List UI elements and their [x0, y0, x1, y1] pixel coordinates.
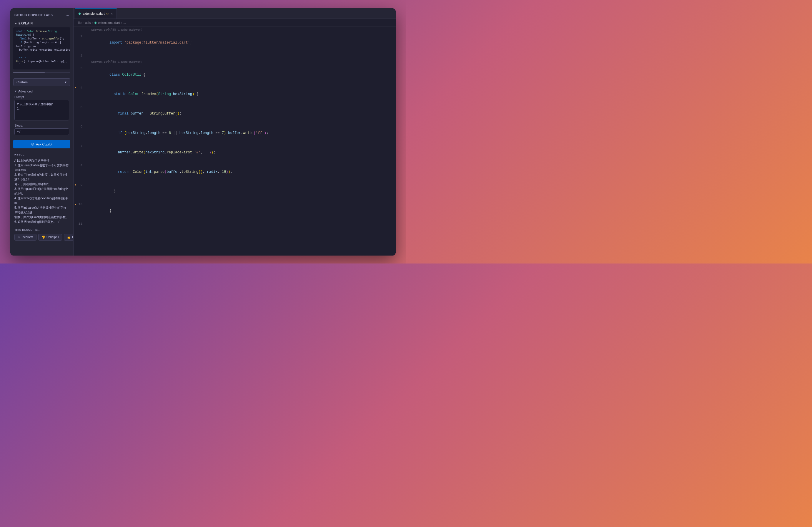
great-button[interactable]: 👍 Great: [64, 234, 73, 241]
breadcrumb-sep-3: ›: [121, 21, 122, 25]
chevron-down-icon: ▼: [64, 81, 67, 84]
copilot-icon: ◎: [31, 142, 34, 146]
tab-modified-indicator: M: [106, 12, 109, 15]
git-dot-10: [75, 204, 76, 205]
great-label: Great: [72, 236, 73, 239]
code-line-5: 5 final buffer = StringBuffer();: [74, 104, 396, 123]
explain-chevron-icon: ▼: [14, 22, 17, 25]
line-number-8: 8: [74, 162, 88, 169]
advanced-header[interactable]: ▼ Advanced: [14, 89, 69, 93]
line-number-5: 5: [74, 104, 88, 110]
tab-extensions-dart[interactable]: ◆ extensions.dart M ×: [75, 8, 117, 19]
unhelpful-label: Unhelpful: [46, 236, 59, 239]
line-number-11: 11: [74, 220, 88, 227]
explain-label: EXPLAIN: [18, 22, 33, 25]
breadcrumb-sep-2: ›: [92, 21, 93, 25]
line-content-8: return Color(int.parse(buffer.toString()…: [88, 162, 396, 182]
sidebar-title: GITHUB COPILOT LABS: [14, 14, 53, 17]
feedback-buttons: ⚠ Incorrect 👎 Unhelpful 👍 Great: [14, 234, 69, 241]
line-content-3: class ColorUtil {: [88, 65, 396, 85]
advanced-section: ▼ Advanced Prompt /* 以上的代码做了这些事情: 1.: [10, 88, 73, 124]
stops-section: Stops:: [10, 124, 73, 138]
line-content-9: }: [88, 182, 396, 201]
warning-icon: ⚠: [18, 236, 20, 239]
explain-section: ▼ EXPLAIN static Color fromHex(String he…: [10, 20, 73, 79]
code-line-11: 11: [74, 220, 396, 227]
line-number-9: 9: [74, 182, 88, 188]
code-line-10: 10 }: [74, 201, 396, 220]
prompt-textarea[interactable]: /* 以上的代码做了这些事情: 1.: [14, 100, 69, 120]
scroll-track[interactable]: [13, 72, 70, 73]
line-content-10: }: [88, 201, 396, 220]
code-line-7: 7 buffer.write(hexString.replaceFirst('#…: [74, 143, 396, 162]
breadcrumb-ellipsis: ...: [123, 21, 126, 25]
dart-file-icon: ◆: [78, 12, 81, 16]
tab-bar: ◆ extensions.dart M ×: [74, 8, 396, 19]
line-content-1: import 'package:flutter/material.dart';: [88, 33, 396, 53]
line-content-6: if (hexString.length == 6 || hexString.l…: [88, 123, 396, 143]
breadcrumb-lib: lib: [78, 21, 82, 25]
code-line-6: 6 if (hexString.length == 6 || hexString…: [74, 123, 396, 143]
result-label: RESULT: [14, 153, 69, 156]
sidebar: GITHUB COPILOT LABS ··· ▼ EXPLAIN static…: [10, 8, 74, 256]
result-section: RESULT /* 以上的代码做了这些事情: 1. 使用StringBuffer…: [10, 151, 73, 256]
git-blame-2: Ssiswent, 19个月前 | 1 author (Ssiswent): [74, 59, 396, 65]
line-content-7: buffer.write(hexString.replaceFirst('#',…: [88, 143, 396, 162]
breadcrumb-filename: extensions.dart: [98, 21, 120, 25]
incorrect-button[interactable]: ⚠ Incorrect: [14, 234, 37, 241]
stops-label: Stops:: [14, 124, 69, 127]
breadcrumb-sep-1: ›: [83, 21, 84, 25]
explain-header[interactable]: ▼ EXPLAIN: [10, 20, 73, 27]
breadcrumb: lib › utils › ◆ extensions.dart › ...: [74, 19, 396, 27]
incorrect-label: Incorrect: [22, 236, 33, 239]
this-result-label: THIS RESULT IS...: [14, 228, 69, 231]
code-line-8: 8 return Color(int.parse(buffer.toString…: [74, 162, 396, 182]
app-window: GITHUB COPILOT LABS ··· ▼ EXPLAIN static…: [10, 8, 396, 256]
thumbsup-icon: 👍: [67, 236, 71, 239]
ask-copilot-label: Ask Copilot: [36, 142, 52, 146]
sidebar-menu-icon[interactable]: ···: [66, 13, 69, 18]
dropdown-value: Custom: [16, 80, 28, 84]
code-preview: static Color fromHex(String hexString) {…: [13, 27, 70, 70]
line-content-4: static Color fromHex(String hexString) {: [88, 85, 396, 104]
line-number-1: 1: [74, 33, 88, 40]
breadcrumb-utils: utils: [85, 21, 91, 25]
breadcrumb-file-icon: ◆: [94, 20, 97, 25]
dropdown-container: Custom ▼: [13, 78, 70, 86]
result-text: /* 以上的代码做了这些事情: 1. 使用StringBuffer创建了一个可变…: [14, 158, 69, 224]
line-number-7: 7: [74, 143, 88, 149]
custom-dropdown[interactable]: Custom ▼: [13, 78, 70, 86]
git-dot-4: [75, 87, 76, 88]
code-line-2: 2: [74, 53, 396, 59]
advanced-label: Advanced: [18, 89, 33, 93]
scroll-thumb: [13, 72, 45, 73]
ask-copilot-button[interactable]: ◎ Ask Copilot: [13, 140, 70, 148]
sidebar-header: GITHUB COPILOT LABS ···: [10, 8, 73, 20]
code-line-4: 4 static Color fromHex(String hexString)…: [74, 85, 396, 104]
line-number-10: 10: [74, 201, 88, 208]
code-editor[interactable]: Ssiswent, 19个月前 | 1 author (Ssiswent) 1 …: [74, 27, 396, 256]
advanced-chevron-icon: ▼: [14, 90, 17, 93]
prompt-label: Prompt: [14, 95, 69, 99]
git-blame-1: Ssiswent, 19个月前 | 1 author (Ssiswent): [74, 27, 396, 33]
tab-close-button[interactable]: ×: [111, 12, 113, 15]
code-line-9: 9 }: [74, 182, 396, 201]
thumbsdown-icon: 👎: [42, 236, 45, 239]
line-number-3: 3: [74, 65, 88, 72]
line-number-2: 2: [74, 53, 88, 59]
tab-filename: extensions.dart: [83, 12, 105, 15]
code-line-3: 3 class ColorUtil {: [74, 65, 396, 85]
line-number-4: 4: [74, 85, 88, 91]
git-dot-9: [75, 184, 76, 185]
stops-input[interactable]: [14, 128, 69, 135]
main-editor: ◆ extensions.dart M × lib › utils › ◆ ex…: [74, 8, 396, 256]
line-number-6: 6: [74, 123, 88, 130]
code-line-1: 1 import 'package:flutter/material.dart'…: [74, 33, 396, 53]
line-content-5: final buffer = StringBuffer();: [88, 104, 396, 123]
unhelpful-button[interactable]: 👎 Unhelpful: [38, 234, 62, 241]
